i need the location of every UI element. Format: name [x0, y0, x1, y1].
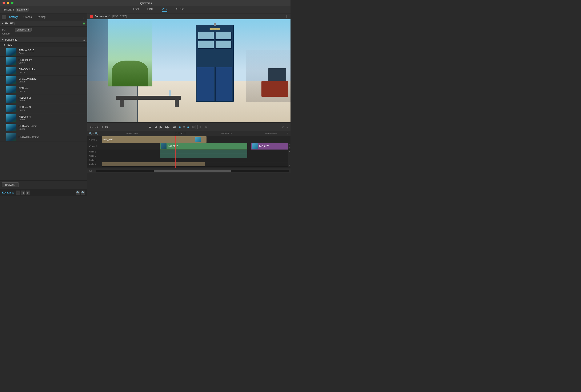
red-name: RED — [7, 43, 12, 46]
list-item[interactable]: DRAGONcolor2 Linear — [0, 75, 87, 85]
playback-bar: 00:00:31.10 ▾ ⏮ ◀ ▶ ▶▶ ⏭ ◈ ◈ ◈ ⊞ ⊟ ⊠ ↩ ↪ — [87, 122, 290, 131]
mini-playhead — [156, 170, 156, 172]
app-title: Lightworks — [139, 1, 152, 5]
zoom-in-button[interactable]: 🔍+ — [89, 132, 94, 135]
tab-routing[interactable]: Routing — [35, 15, 48, 19]
mark-in-icon[interactable]: ◈ — [178, 125, 181, 129]
tab-log[interactable]: LOG — [133, 7, 139, 11]
tab-audio[interactable]: AUDIO — [176, 7, 184, 11]
mark-clip-icon[interactable]: ◈ — [187, 125, 190, 129]
keyframe-zoom-in-button[interactable]: 🔍 — [76, 191, 80, 195]
tab-vfx[interactable]: VFX — [162, 7, 167, 11]
list-item[interactable]: REDWideGamut Linear — [0, 123, 87, 132]
audio-scroll-down-icon[interactable]: ▼ — [288, 164, 290, 166]
zoom-out-button[interactable]: 🔍- — [95, 132, 99, 135]
close-button[interactable] — [2, 2, 5, 4]
project-name-dropdown[interactable]: Nature ▾ — [16, 8, 29, 11]
video2-track: Video 2 IMG_0277 — [87, 143, 290, 150]
prev-frame-button[interactable]: ◀ — [154, 125, 158, 129]
choose-label: Choose.. — [17, 28, 26, 31]
lut-type: Linear — [18, 128, 37, 130]
mark-out-icon[interactable]: ◈ — [183, 125, 185, 129]
audio-content-area — [102, 150, 288, 167]
keyframe-search-controls: 🔍 🔍 — [76, 191, 85, 195]
safe-zone-icon[interactable]: ⊞ — [191, 125, 196, 129]
clip-img0273[interactable]: IMG_0273 — [251, 143, 288, 150]
browse-button[interactable]: Browse.. — [2, 182, 19, 187]
red-manufacturer-header[interactable]: ▼ RED — [0, 42, 87, 47]
tab-graphs[interactable]: Graphs — [21, 15, 34, 19]
panasonic-manufacturer-header[interactable]: ▼ Panasonic ▲ — [0, 37, 87, 42]
audio3-label: Audio 3 — [87, 158, 102, 162]
chevron-up-icon: ▲ — [27, 28, 30, 31]
list-item[interactable]: REDcolor Linear — [0, 85, 87, 94]
timeline-more-icon[interactable]: ⋮ — [286, 132, 289, 135]
list-item[interactable]: REDLog3G10 Curve — [0, 47, 87, 57]
plus-icon: + — [3, 15, 5, 19]
audio4-row[interactable] — [102, 162, 288, 167]
list-item[interactable]: REDcolor3 Linear — [0, 104, 87, 113]
timeline-scrollbar[interactable] — [96, 170, 289, 172]
list-item[interactable]: REDcolor2 Linear — [0, 94, 87, 104]
list-item[interactable]: REDWideGamut2 — [0, 132, 87, 142]
audio2-row[interactable] — [102, 154, 288, 158]
lut-type: Curve — [18, 52, 34, 54]
audio2-clip[interactable] — [160, 154, 247, 158]
add-panel-button[interactable]: + — [2, 15, 6, 19]
panasonic-expand-icon[interactable]: ▼ — [2, 38, 4, 41]
audio4-clip[interactable] — [102, 162, 204, 166]
video1-content[interactable]: IMG_0272 — [102, 136, 288, 143]
clip-img0277[interactable]: IMG_0277 — [160, 143, 247, 150]
video2-content[interactable]: IMG_0277 IMG_0273 — [102, 143, 288, 150]
play-button[interactable]: ▶ — [160, 125, 162, 129]
clip-img0272[interactable]: IMG_0272 — [102, 136, 206, 143]
panasonic-collapse-icon[interactable]: ▲ — [83, 38, 86, 41]
audio-scroll-up-icon[interactable]: ▲ — [288, 150, 290, 152]
keyframe-next-button[interactable]: ▶ — [26, 191, 30, 195]
playhead — [175, 136, 176, 168]
grid-icon[interactable]: ⊟ — [198, 125, 202, 129]
bench-leg-left — [120, 100, 124, 107]
list-item[interactable]: DRAGONcolor Linear — [0, 66, 87, 75]
list-item[interactable]: REDlogFilm Curve — [0, 57, 87, 66]
tab-edit[interactable]: EDIT — [147, 7, 154, 11]
list-item[interactable]: REDcolor4 Linear — [0, 113, 87, 123]
redo-icon[interactable]: ↪ — [286, 125, 288, 129]
water-bottle — [168, 90, 171, 96]
lut-choose-dropdown[interactable]: Choose.. ▲ — [15, 28, 32, 31]
lut-name: REDcolor4 — [18, 115, 31, 118]
lut-info: REDWideGamut2 — [18, 135, 38, 138]
next-frame-button[interactable]: ▶▶ — [164, 125, 170, 129]
minimize-button[interactable] — [7, 2, 9, 4]
panel-more-icon[interactable]: ⋮ — [82, 15, 86, 19]
scroll-down-icon[interactable]: ▼ — [288, 147, 290, 149]
audio-labels: Audio 1 Audio 2 Audio 3 Audio 4 — [87, 150, 102, 167]
audio1-row[interactable] — [102, 150, 288, 154]
go-to-end-button[interactable]: ⏭ — [172, 125, 177, 129]
video-panel-more-icon[interactable]: ⋮ — [286, 15, 288, 18]
lut-thumbnail — [6, 124, 16, 131]
lut-name: DRAGONcolor2 — [18, 77, 36, 80]
keyframe-prev-button[interactable]: ◀ — [21, 191, 25, 195]
undo-icon[interactable]: ↩ — [282, 125, 284, 129]
go-to-start-button[interactable]: ⏮ — [148, 125, 152, 129]
tardis-window — [215, 32, 232, 40]
keyframe-add-button[interactable]: + — [16, 191, 20, 195]
timecode-chevron-icon[interactable]: ▾ — [109, 126, 110, 128]
overlay-icon[interactable]: ⊠ — [204, 125, 208, 129]
timemark-25: 00:00:25.00 — [126, 133, 138, 135]
keyframe-zoom-out-button[interactable]: 🔍 — [81, 191, 85, 195]
tab-settings[interactable]: Settings — [7, 15, 20, 19]
maximize-button[interactable] — [11, 2, 14, 4]
video2-label: Video 2 — [87, 143, 102, 150]
amount-label: Amount — [2, 32, 15, 35]
lut-expand-icon[interactable]: ▾ — [2, 22, 3, 25]
audio3-row[interactable] — [102, 158, 288, 162]
audio1-clip[interactable] — [160, 150, 247, 154]
bag — [268, 68, 286, 81]
scroll-up-icon[interactable]: ▲ — [288, 144, 290, 146]
timecode-value: 00:00:31.10 — [90, 125, 108, 129]
timeline-scroll-thumb[interactable] — [154, 170, 231, 172]
lut-more-icon[interactable]: ⋮ — [14, 22, 16, 25]
red-expand-icon[interactable]: ▼ — [3, 43, 6, 46]
